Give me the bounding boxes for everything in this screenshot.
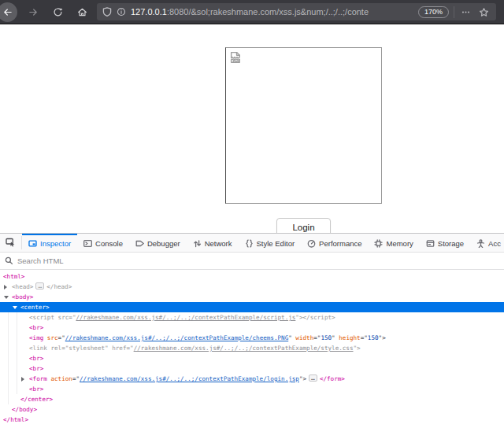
markup-link: //rakeshmane.com/xss.js#/..;/..;/context…: [76, 314, 295, 321]
url-host: 127.0.0.1: [131, 7, 167, 17]
markup-val: 150: [368, 334, 379, 341]
markup-val: 150: [321, 334, 332, 341]
markup-row[interactable]: </body>: [0, 404, 504, 415]
bookmark-star-icon[interactable]: [477, 7, 491, 17]
tab-debugger[interactable]: Debugger: [129, 234, 187, 252]
markup-link: //rakeshmane.com/xss.js#/..;/..;/context…: [80, 375, 299, 382]
tab-memory[interactable]: Memory: [368, 234, 419, 252]
tab-storage[interactable]: Storage: [420, 234, 470, 252]
markup-row[interactable]: <script src="//rakeshmane.com/xss.js#/..…: [0, 312, 504, 323]
markup-view: <html><head>…</head><body><center><scrip…: [0, 270, 504, 425]
markup-row[interactable]: <center>: [0, 302, 504, 312]
markup-punc: =": [61, 345, 69, 352]
page-viewport: Login: [0, 24, 504, 233]
markup-row[interactable]: <br>: [0, 363, 504, 374]
back-button[interactable]: [0, 2, 17, 22]
page-actions-ellipsis-icon[interactable]: [459, 7, 472, 17]
back-icon: [2, 7, 13, 17]
markup-tag: </html>: [3, 416, 28, 423]
markup-punc: =": [126, 345, 133, 352]
markup-punc: =": [361, 334, 368, 341]
search-input[interactable]: [17, 256, 499, 265]
markup-attr: rel: [47, 345, 61, 352]
expand-twisty-icon[interactable]: [21, 377, 24, 382]
markup-punc: =": [313, 334, 321, 341]
markup-tag: <body>: [12, 293, 33, 301]
markup-attr: action: [47, 375, 72, 382]
reload-icon: [53, 7, 63, 17]
tab-acc[interactable]: Acc: [470, 234, 504, 252]
braces-icon: [245, 239, 254, 248]
reload-button[interactable]: [49, 3, 66, 20]
collapsed-content-ellipsis[interactable]: …: [35, 282, 44, 290]
network-icon: [193, 239, 202, 248]
markup-punc: ">: [379, 334, 386, 341]
url-bar[interactable]: 127.0.0.1:8080/&sol;rakeshmane.com/xss.j…: [97, 3, 496, 20]
markup-row[interactable]: </center>: [0, 394, 504, 404]
tab-label: Storage: [438, 239, 464, 248]
markup-row[interactable]: <form action="//rakeshmane.com/xss.js#/.…: [0, 374, 504, 384]
pick-element-icon: [6, 236, 16, 250]
zoom-level-badge[interactable]: 170%: [418, 6, 449, 18]
browser-toolbar: 127.0.0.1:8080/&sol;rakeshmane.com/xss.j…: [0, 0, 504, 24]
collapse-twisty-icon[interactable]: [4, 296, 9, 299]
markup-row[interactable]: <br>: [0, 384, 504, 394]
markup-attr: href: [109, 345, 127, 352]
markup-tag: <head>: [12, 283, 33, 290]
inspector-icon: [28, 239, 37, 248]
tab-label: Acc: [488, 239, 501, 248]
tab-label: Inspector: [40, 239, 71, 248]
expand-twisty-icon[interactable]: [4, 285, 7, 290]
tab-style-editor[interactable]: Style Editor: [239, 234, 302, 252]
info-icon[interactable]: [117, 7, 126, 17]
urlbar-separator: [454, 6, 454, 18]
markup-row[interactable]: <html>: [0, 271, 504, 282]
markup-punc: ">: [354, 345, 361, 352]
markup-row[interactable]: <img src="//rakeshmane.com/xss.js#/..;/.…: [0, 333, 504, 343]
tab-console[interactable]: Console: [77, 234, 129, 252]
tab-label: Performance: [319, 239, 361, 248]
markup-attr: height: [335, 334, 361, 341]
tab-network[interactable]: Network: [187, 234, 239, 252]
tab-label: Debugger: [147, 239, 180, 248]
markup-attr: src: [43, 334, 57, 341]
firefox-window: 127.0.0.1:8080/&sol;rakeshmane.com/xss.j…: [0, 0, 504, 439]
markup-row[interactable]: </html>: [0, 415, 504, 425]
storage-icon: [426, 239, 435, 248]
markup-row[interactable]: <link rel="stylesheet" href="//rakeshman…: [0, 343, 504, 353]
tab-inspector[interactable]: Inspector: [22, 234, 77, 252]
url-path: :8080/&sol;rakeshmane.com/xss.js&num;/..…: [167, 7, 369, 17]
markup-row[interactable]: <br>: [0, 353, 504, 363]
accessibility-person-icon: [476, 239, 485, 248]
tab-label: Style Editor: [257, 239, 295, 248]
markup-row[interactable]: <head>…</head>: [0, 282, 504, 292]
markup-tag: <form: [29, 375, 47, 382]
markup-row[interactable]: <body>: [0, 292, 504, 302]
performance-gauge-icon: [307, 239, 316, 248]
markup-tag: <img: [29, 334, 43, 341]
markup-tag: <br>: [29, 324, 43, 331]
tab-performance[interactable]: Performance: [301, 234, 368, 252]
broken-image-placeholder: [225, 47, 382, 204]
collapse-twisty-icon[interactable]: [13, 306, 17, 309]
login-button[interactable]: Login: [276, 218, 331, 233]
markup-tag: </form>: [320, 375, 345, 382]
forward-button[interactable]: [24, 3, 42, 20]
search-bar: [0, 253, 504, 270]
pick-element-button[interactable]: [0, 234, 21, 252]
markup-link: //rakeshmane.com/xss.js#/..;/..;/context…: [134, 345, 354, 352]
markup-tag: <br>: [29, 386, 43, 393]
tab-label: Network: [205, 239, 232, 248]
markup-row[interactable]: <br>: [0, 323, 504, 333]
markup-tag: <center>: [20, 304, 50, 311]
tab-label: Console: [95, 239, 123, 248]
collapsed-content-ellipsis[interactable]: …: [309, 374, 317, 382]
markup-tag: <br>: [29, 365, 43, 372]
shield-icon[interactable]: [102, 7, 112, 17]
markup-tag: <script: [29, 314, 54, 321]
tab-label: Memory: [386, 239, 413, 248]
url-text[interactable]: 127.0.0.1:8080/&sol;rakeshmane.com/xss.j…: [131, 7, 413, 17]
home-button[interactable]: [73, 3, 91, 20]
markup-tag: </script>: [303, 314, 335, 321]
memory-chip-icon: [374, 239, 383, 248]
